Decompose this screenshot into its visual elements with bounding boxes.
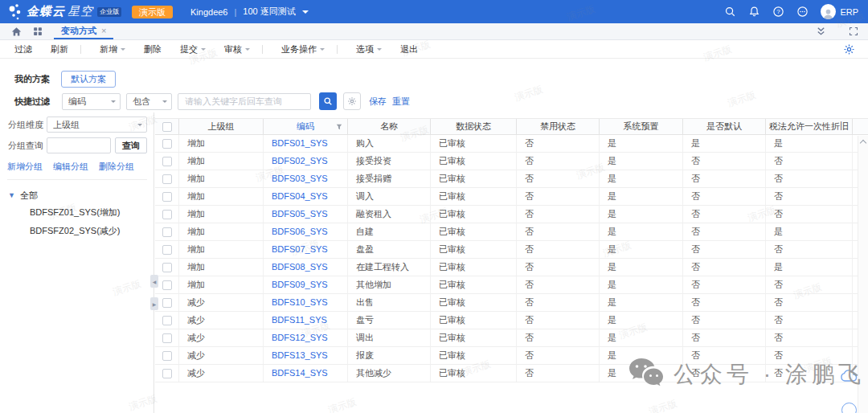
column-header-data-status[interactable]: 数据状态 — [431, 119, 517, 134]
user-menu[interactable]: ERP — [821, 4, 858, 19]
row-checkbox[interactable] — [162, 316, 172, 325]
toolbar-button-delete[interactable]: 删除 — [144, 43, 162, 55]
row-checkbox[interactable] — [162, 227, 172, 237]
keyword-input[interactable] — [178, 93, 311, 110]
row-checkbox[interactable] — [162, 192, 172, 202]
table-row[interactable]: 减少BDFS12_SYS调出已审核否是否否 — [155, 329, 868, 347]
row-checkbox[interactable] — [162, 333, 172, 343]
table-row[interactable]: 减少BDFS10_SYS出售已审核否是否否 — [155, 294, 868, 312]
column-header-name[interactable]: 名称 — [348, 119, 431, 134]
column-header-tax-one-time-depreciation[interactable]: 税法允许一次性折旧 — [766, 119, 853, 134]
tab-label: 变动方式 — [61, 25, 96, 37]
cell-code[interactable]: BDFS10_SYS — [264, 294, 348, 311]
cell-code[interactable]: BDFS03_SYS — [264, 170, 348, 187]
toolbar-button-exit[interactable]: 退出 — [400, 43, 418, 55]
cell-code[interactable]: BDFS05_SYS — [264, 206, 348, 223]
save-link[interactable]: 保存 — [369, 96, 387, 108]
helper-circle-icon[interactable] — [841, 403, 857, 413]
row-checkbox[interactable] — [162, 263, 172, 272]
scroll-up-icon[interactable] — [860, 140, 866, 146]
cell-code[interactable]: BDFS14_SYS — [264, 365, 348, 382]
group-search-input[interactable] — [47, 137, 111, 153]
tree-expand-icon[interactable]: ▼ — [8, 191, 15, 199]
cloud-feedback-icon[interactable] — [840, 370, 858, 384]
tree-node-all[interactable]: ▼ 全部 — [8, 187, 154, 203]
toolbar-button-submit[interactable]: 提交 — [180, 43, 206, 55]
column-header-forbid-status[interactable]: 禁用状态 — [517, 119, 600, 134]
table-row[interactable]: 增加BDFS07_SYS盘盈已审核否是否否 — [155, 241, 868, 259]
toolbar-button-filter[interactable]: 过滤 — [14, 43, 32, 55]
filter-field-select[interactable]: 编码 — [62, 93, 121, 110]
row-checkbox[interactable] — [162, 298, 172, 308]
table-row[interactable]: 增加BDFS01_SYS购入已审核否是是是 — [155, 135, 868, 153]
tab-change-method[interactable]: 变动方式 × — [54, 23, 113, 39]
cell-code[interactable]: BDFS06_SYS — [264, 223, 348, 240]
feedback-icon[interactable] — [796, 6, 809, 18]
home-icon[interactable] — [11, 27, 22, 37]
table-row[interactable]: 减少BDFS11_SYS盘亏已审核否是否否 — [155, 312, 868, 329]
column-header-code[interactable]: 编码 — [264, 119, 348, 134]
table-row[interactable]: 减少BDFS14_SYS其他减少已审核否是否否 — [155, 365, 868, 382]
search-icon[interactable] — [724, 6, 736, 18]
row-checkbox[interactable] — [162, 139, 172, 149]
link-delete-group[interactable]: 删除分组 — [99, 161, 134, 173]
toolbar-button-refresh[interactable]: 刷新 — [51, 43, 68, 55]
tree-node[interactable]: BDFSFZ01_SYS(增加) — [30, 203, 154, 222]
toolbar-button-options[interactable]: 选项 — [356, 43, 382, 55]
column-header-parent-group[interactable]: 上级组 — [179, 119, 264, 134]
panel-collapse-handle[interactable]: ◀ — [150, 275, 158, 288]
row-checkbox[interactable] — [162, 210, 172, 219]
apps-grid-icon[interactable] — [33, 27, 43, 36]
link-add-group[interactable]: 新增分组 — [7, 161, 43, 173]
cell-system-preset: 是 — [600, 135, 683, 152]
filter-operator-select[interactable]: 包含 — [126, 93, 172, 110]
link-edit-group[interactable]: 编辑分组 — [53, 161, 88, 173]
filter-settings-button[interactable] — [343, 92, 361, 110]
panel-expand-handle[interactable]: ▶ — [150, 297, 158, 310]
table-row[interactable]: 增加BDFS02_SYS接受投资已审核否是否否 — [155, 153, 868, 170]
table-row[interactable]: 增加BDFS08_SYS在建工程转入已审核否是否是 — [155, 259, 868, 276]
search-button[interactable] — [319, 92, 337, 110]
cell-code[interactable]: BDFS01_SYS — [264, 135, 348, 152]
group-query-button[interactable]: 查询 — [115, 137, 147, 153]
table-row[interactable]: 增加BDFS09_SYS其他增加已审核否是否否 — [155, 276, 868, 294]
row-checkbox[interactable] — [162, 280, 172, 290]
toolbar-button-business-operation[interactable]: 业务操作 — [281, 43, 325, 55]
toolbar-button-audit[interactable]: 审核 — [224, 43, 250, 55]
cell-code[interactable]: BDFS02_SYS — [264, 153, 348, 170]
row-checkbox[interactable] — [162, 369, 172, 378]
cell-code[interactable]: BDFS04_SYS — [264, 188, 348, 205]
fullscreen-icon[interactable] — [849, 27, 858, 36]
table-row[interactable]: 增加BDFS04_SYS调入已审核否是否否 — [155, 188, 868, 206]
filter-funnel-icon[interactable] — [336, 124, 342, 130]
cell-code[interactable]: BDFS07_SYS — [264, 241, 348, 258]
row-checkbox[interactable] — [162, 174, 172, 184]
org-selector[interactable]: Kingdee6 | 100 逐同测试 — [190, 6, 309, 18]
cell-code[interactable]: BDFS13_SYS — [264, 347, 348, 364]
tree-node[interactable]: BDFSFZ02_SYS(减少) — [30, 222, 154, 240]
toolbar-button-add[interactable]: 新增 — [100, 43, 125, 55]
column-header-system-preset[interactable]: 系统预置 — [600, 119, 683, 134]
collapse-double-chevron-icon[interactable] — [816, 27, 826, 36]
row-checkbox[interactable] — [162, 351, 172, 361]
group-dimension-select[interactable]: 上级组 — [47, 117, 147, 133]
row-checkbox[interactable] — [162, 157, 172, 166]
cell-code[interactable]: BDFS12_SYS — [264, 329, 348, 346]
table-row[interactable]: 减少BDFS13_SYS报废已审核否是否否 — [155, 347, 868, 365]
table-row[interactable]: 增加BDFS03_SYS接受捐赠已审核否是否否 — [155, 170, 868, 188]
help-icon[interactable]: ? — [772, 6, 784, 18]
select-all-checkbox[interactable] — [162, 122, 172, 132]
settings-gear-icon[interactable] — [843, 43, 855, 57]
close-icon[interactable]: × — [101, 26, 106, 35]
column-header-is-default[interactable]: 是否默认 — [683, 119, 766, 134]
vertical-scrollbar[interactable] — [858, 136, 868, 413]
cell-code[interactable]: BDFS08_SYS — [264, 259, 348, 276]
cell-code[interactable]: BDFS09_SYS — [264, 276, 348, 293]
notification-bell-icon[interactable] — [748, 6, 760, 18]
reset-link[interactable]: 重置 — [392, 96, 410, 108]
table-row[interactable]: 增加BDFS06_SYS自建已审核否是否是 — [155, 223, 868, 241]
default-scheme-button[interactable]: 默认方案 — [61, 71, 116, 88]
table-row[interactable]: 增加BDFS05_SYS融资租入已审核否是否否 — [155, 206, 868, 223]
cell-code[interactable]: BDFS11_SYS — [264, 312, 348, 329]
row-checkbox[interactable] — [162, 245, 172, 255]
